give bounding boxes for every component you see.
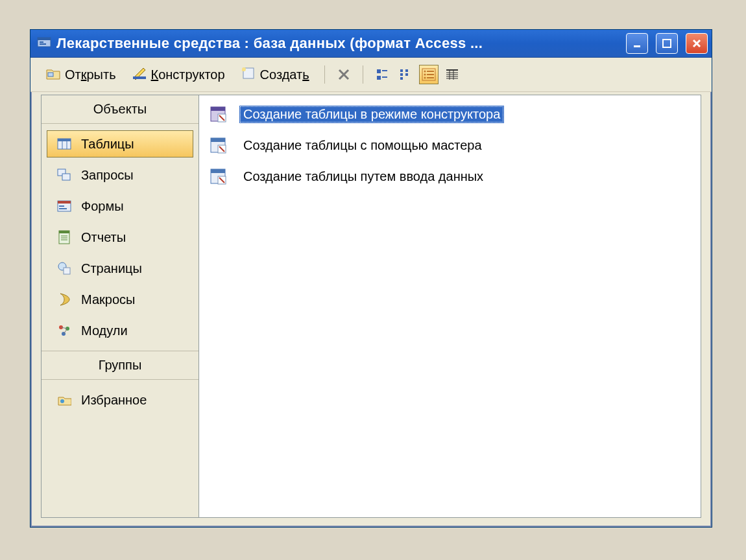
new-icon: [241, 66, 256, 84]
sidebar-item-label: Избранное: [81, 393, 147, 408]
view-details-icon[interactable]: [442, 65, 462, 84]
new-button[interactable]: Создать: [235, 64, 315, 86]
svg-rect-2: [40, 41, 43, 43]
view-large-icon[interactable]: [372, 65, 392, 84]
svg-rect-61: [211, 107, 225, 111]
toolbar: Открыть Конструктор Создать: [30, 58, 712, 92]
svg-rect-9: [133, 76, 146, 79]
delete-button[interactable]: [334, 65, 354, 84]
sidebar-item-modules[interactable]: Модули: [47, 317, 193, 344]
macros-icon: [56, 292, 72, 307]
sidebar-item-label: Таблицы: [81, 137, 134, 152]
svg-rect-45: [59, 205, 64, 207]
svg-rect-8: [48, 73, 53, 76]
sidebar-object-list: Таблицы Запросы Формы: [42, 124, 199, 351]
svg-rect-1: [38, 38, 51, 40]
svg-rect-18: [400, 69, 403, 72]
sidebar-item-label: Запросы: [81, 168, 134, 183]
wizard-icon: [208, 104, 228, 124]
view-list-icon[interactable]: [419, 65, 439, 84]
database-body: Объекты Таблицы Запросы: [41, 95, 701, 518]
design-button[interactable]: Конструктор: [126, 64, 231, 86]
svg-rect-21: [405, 69, 408, 72]
sidebar-item-label: Страницы: [81, 261, 142, 276]
favorites-icon: [56, 392, 72, 408]
sidebar-item-label: Отчеты: [81, 230, 126, 245]
svg-point-26: [424, 74, 426, 76]
sidebar-item-macros[interactable]: Макросы: [47, 286, 193, 313]
toolbar-separator: [324, 65, 325, 84]
svg-rect-14: [377, 69, 381, 73]
svg-rect-4: [634, 45, 640, 47]
svg-point-59: [60, 399, 64, 403]
sidebar-item-pages[interactable]: Страницы: [47, 255, 193, 282]
sidebar-item-reports[interactable]: Отчеты: [47, 224, 193, 251]
item-label: Создание таблицы с помощью мастера: [239, 137, 486, 154]
wizard-icon: [208, 135, 228, 155]
svg-line-58: [64, 329, 67, 334]
modules-icon: [56, 323, 72, 338]
create-table-wizard[interactable]: Создание таблицы с помощью мастера: [207, 133, 693, 158]
svg-rect-44: [58, 201, 71, 204]
reports-icon: [56, 229, 72, 245]
svg-point-11: [242, 67, 246, 71]
svg-rect-42: [62, 174, 70, 180]
svg-rect-48: [59, 231, 69, 233]
pages-icon: [56, 261, 72, 276]
sidebar-item-queries[interactable]: Запросы: [47, 161, 193, 189]
create-table-design[interactable]: Создание таблицы в режиме конструктора: [207, 102, 693, 126]
open-button[interactable]: Открыть: [40, 64, 122, 86]
sidebar-item-label: Модули: [81, 323, 128, 338]
sidebar-item-tables[interactable]: Таблицы: [47, 130, 193, 158]
svg-rect-3: [40, 43, 46, 45]
svg-rect-38: [58, 139, 71, 141]
content-pane[interactable]: Создание таблицы в режиме конструктора С…: [199, 95, 701, 518]
database-window: Лекарственные средства : база данных (фо…: [30, 29, 712, 528]
queries-icon: [56, 167, 72, 183]
svg-rect-20: [400, 77, 403, 80]
svg-rect-16: [377, 76, 381, 80]
titlebar[interactable]: Лекарственные средства : база данных (фо…: [30, 30, 712, 58]
minimize-button[interactable]: [626, 33, 648, 54]
item-label: Создание таблицы в режиме конструктора: [239, 106, 504, 123]
sidebar-objects-header: Объекты: [42, 95, 199, 124]
svg-rect-19: [400, 73, 403, 76]
item-label: Создание таблицы путем ввода данных: [239, 168, 487, 185]
maximize-button[interactable]: [656, 33, 678, 54]
sidebar-item-forms[interactable]: Формы: [47, 192, 193, 220]
svg-rect-64: [211, 138, 225, 142]
sidebar-groups-list: Избранное: [42, 380, 199, 420]
sidebar-groups-header: Группы: [42, 351, 199, 380]
forms-icon: [56, 198, 72, 214]
svg-rect-53: [64, 268, 70, 274]
toolbar-separator: [363, 65, 363, 84]
svg-point-24: [424, 71, 426, 73]
svg-rect-22: [405, 73, 408, 76]
sidebar-item-label: Макросы: [81, 292, 135, 307]
design-icon: [132, 66, 147, 84]
view-small-icon[interactable]: [396, 65, 415, 84]
open-icon: [45, 66, 61, 84]
svg-point-28: [424, 77, 426, 79]
tables-icon: [56, 136, 72, 152]
svg-rect-46: [59, 208, 67, 209]
sidebar-item-label: Формы: [81, 199, 124, 214]
window-app-icon: [37, 36, 51, 52]
window-title: Лекарственные средства : база данных (фо…: [56, 35, 618, 52]
object-sidebar: Объекты Таблицы Запросы: [41, 95, 199, 518]
sidebar-item-favorites[interactable]: Избранное: [47, 386, 193, 414]
close-button[interactable]: [686, 33, 708, 54]
svg-rect-67: [211, 169, 225, 173]
create-table-entry[interactable]: Создание таблицы путем ввода данных: [207, 164, 693, 189]
svg-rect-5: [663, 40, 671, 47]
wizard-icon: [208, 167, 228, 186]
